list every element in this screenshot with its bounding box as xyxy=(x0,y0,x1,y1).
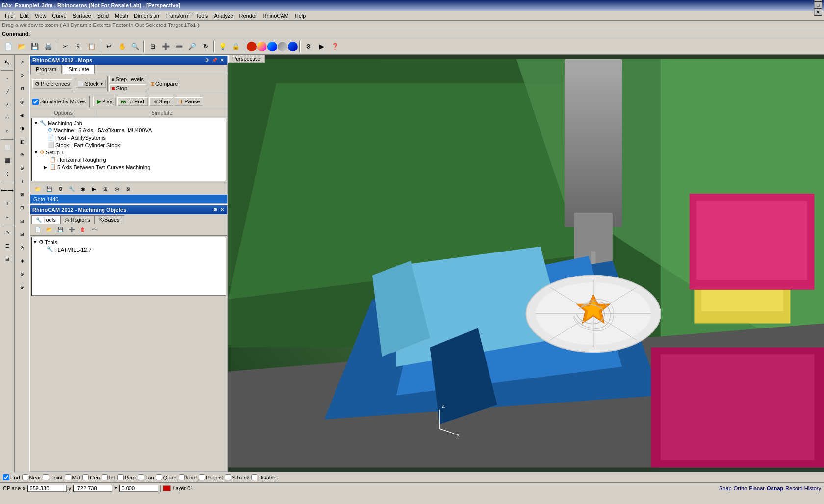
snap-mid-checkbox[interactable] xyxy=(65,474,71,480)
mops-btn2[interactable]: 💾 xyxy=(44,184,54,194)
expand-machining-job[interactable]: ▼ xyxy=(34,121,39,126)
hatch-tool[interactable]: ≡ xyxy=(1,210,14,223)
snap-project-checkbox[interactable] xyxy=(199,474,205,480)
planar-link[interactable]: Planar xyxy=(749,485,765,491)
polyline-tool[interactable]: ∧ xyxy=(1,99,14,111)
menu-transform[interactable]: Transform xyxy=(162,12,193,20)
zoom-selected-button[interactable]: 🔎 xyxy=(186,40,199,53)
select-tool[interactable]: ↖ xyxy=(1,56,14,69)
snap-tool[interactable]: ⊕ xyxy=(1,227,14,239)
arc-tool[interactable]: ◠ xyxy=(1,112,14,125)
viewport-3d[interactable]: Perspective xyxy=(228,55,824,472)
mops-btn3[interactable]: ⚙ xyxy=(55,184,66,194)
pan-button[interactable]: ✋ xyxy=(116,40,129,53)
rotate-button[interactable]: ↻ xyxy=(199,40,212,53)
tb2-btn8[interactable]: ⊚ xyxy=(16,149,28,161)
step-levels-button[interactable]: ≡ Step Levels xyxy=(109,76,146,83)
panel-pin-icon[interactable]: 📌 xyxy=(211,58,218,63)
paste-button[interactable]: 📋 xyxy=(85,40,98,53)
save-button[interactable]: 💾 xyxy=(28,40,41,53)
color3-button[interactable] xyxy=(267,42,277,51)
tree-tools-root[interactable]: ▼ ⚙ Tools xyxy=(33,238,225,246)
close-btn[interactable]: ✕ xyxy=(814,9,822,16)
menu-edit[interactable]: Edit xyxy=(17,12,32,20)
snap-cen-checkbox[interactable] xyxy=(82,474,89,480)
mops-btn8[interactable]: ◎ xyxy=(111,184,122,194)
tb2-btn17[interactable]: ⊗ xyxy=(16,268,28,280)
tb2-btn16[interactable]: ◈ xyxy=(16,254,28,267)
print-button[interactable]: 🖨️ xyxy=(42,40,54,53)
menu-tools[interactable]: Tools xyxy=(193,12,211,20)
tb2-btn15[interactable]: ⊘ xyxy=(16,241,28,254)
tools-delete-btn[interactable]: 🗑 xyxy=(77,225,88,234)
tb2-btn5[interactable]: ◉ xyxy=(16,109,28,122)
panel-bottom-settings-icon[interactable]: ⚙ xyxy=(212,207,218,212)
osnap-link[interactable]: Osnap xyxy=(767,485,783,491)
tb2-btn18[interactable]: ⊕ xyxy=(16,281,28,294)
layers-tool[interactable]: ☰ xyxy=(1,240,14,252)
zoom-window-button[interactable]: 🔍 xyxy=(129,40,142,53)
menu-help[interactable]: Help xyxy=(292,12,309,20)
tb2-btn2[interactable]: ⊙ xyxy=(16,69,28,82)
menu-dimension[interactable]: Dimension xyxy=(131,12,162,20)
mops-btn6[interactable]: ▶ xyxy=(89,184,100,194)
mops-btn5[interactable]: ◉ xyxy=(77,184,88,194)
tab-tools[interactable]: 🔧 Tools xyxy=(31,215,60,224)
text-tool[interactable]: T xyxy=(1,197,14,210)
tree-item-post[interactable]: 📄 Post - AbilitySystems xyxy=(33,134,225,141)
ortho-link[interactable]: Ortho xyxy=(734,485,747,491)
snap-disable-checkbox[interactable] xyxy=(251,474,258,480)
lock-button[interactable]: 🔒 xyxy=(230,40,242,53)
expand-tools[interactable]: ▼ xyxy=(33,240,38,245)
snap-point-checkbox[interactable] xyxy=(43,474,49,480)
tb2-btn13[interactable]: ⊞ xyxy=(16,215,28,227)
step-button[interactable]: ⏯ Step xyxy=(149,97,174,106)
dim-tool[interactable]: ⟵⟶ xyxy=(1,184,14,197)
circle-tool[interactable]: ○ xyxy=(1,125,14,138)
menu-analyze[interactable]: Analyze xyxy=(211,12,236,20)
tab-program[interactable]: Program xyxy=(30,65,62,74)
snap-perp-checkbox[interactable] xyxy=(117,474,124,480)
play-button[interactable]: ▶ Play xyxy=(93,97,116,106)
solid-tool[interactable]: ⬛ xyxy=(1,154,14,167)
new-button[interactable]: 📄 xyxy=(2,40,15,53)
panel-bottom-close-icon[interactable]: ✕ xyxy=(219,207,225,212)
tree-item-machine[interactable]: ⚙ Machine - 5 Axis - 5AxOkuma_MU400VA xyxy=(33,126,225,134)
color1-button[interactable] xyxy=(247,42,257,51)
viewport-props-tool[interactable]: ⊞ xyxy=(1,253,14,266)
tab-simulate[interactable]: Simulate xyxy=(63,65,95,74)
snap-tan-checkbox[interactable] xyxy=(138,474,144,480)
menu-curve[interactable]: Curve xyxy=(49,12,69,20)
color4-button[interactable] xyxy=(278,42,287,51)
tools-open-btn[interactable]: 📂 xyxy=(44,225,54,234)
zoom-out-button[interactable]: ➖ xyxy=(173,40,185,53)
snap-strack-checkbox[interactable] xyxy=(225,474,231,480)
tools-add-btn[interactable]: ➕ xyxy=(66,225,77,234)
mops-btn9[interactable]: ⊠ xyxy=(123,184,133,194)
tb2-btn14[interactable]: ⊟ xyxy=(16,228,28,241)
tb2-btn9[interactable]: ⊛ xyxy=(16,162,28,175)
tb2-btn1[interactable]: ↗ xyxy=(16,56,28,69)
zoom-in-button[interactable]: ➕ xyxy=(159,40,172,53)
snap-int-checkbox[interactable] xyxy=(102,474,108,480)
tb2-btn3[interactable]: ⊓ xyxy=(16,82,28,95)
mops-btn4[interactable]: 🔧 xyxy=(66,184,77,194)
menu-render[interactable]: Render xyxy=(236,12,260,20)
tb2-btn6[interactable]: ◑ xyxy=(16,122,28,135)
command-input[interactable] xyxy=(30,31,822,37)
surface-tool[interactable]: ⬜ xyxy=(1,141,14,154)
snap-quad-checkbox[interactable] xyxy=(156,474,162,480)
tree-item-horiz-rough[interactable]: 📋 Horizontal Roughing xyxy=(33,156,225,163)
simulate-by-moves-checkbox[interactable] xyxy=(32,99,39,105)
render-button[interactable]: ▶ xyxy=(315,40,328,53)
copy-button[interactable]: ⎘ xyxy=(72,40,85,53)
panel-settings-icon[interactable]: ⚙ xyxy=(204,58,210,63)
expand-setup1[interactable]: ▼ xyxy=(34,150,39,155)
tree-item-stock[interactable]: ⬜ Stock - Part Cylinder Stock xyxy=(33,141,225,149)
tree-tool-flatmill[interactable]: 🔧 FLATMILL-12.7 xyxy=(33,246,225,253)
color5-button[interactable] xyxy=(288,42,298,51)
tools-new-btn[interactable]: 📄 xyxy=(32,225,43,234)
tools-edit-btn[interactable]: ✏ xyxy=(89,225,100,234)
menu-file[interactable]: File xyxy=(2,12,17,20)
expand-5ax-curves[interactable]: ▶ xyxy=(44,165,49,170)
